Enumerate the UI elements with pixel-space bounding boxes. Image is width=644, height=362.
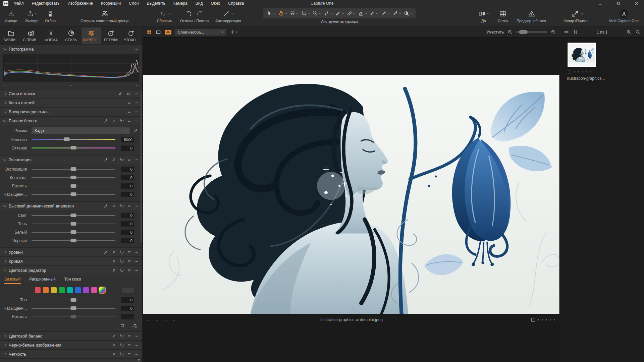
reset-adjustment-icon[interactable]: [120, 158, 124, 162]
more-options-icon[interactable]: ⋯: [134, 110, 139, 114]
restore-button[interactable]: [614, 2, 623, 5]
kelvin-slider[interactable]: [32, 139, 115, 140]
radial-gradient-tool[interactable]: [402, 10, 414, 16]
star-dot[interactable]: [586, 71, 587, 72]
exposure-header[interactable]: Экспозиция ≡ ⋯: [0, 156, 142, 164]
swatch-all-colors[interactable]: [99, 287, 105, 293]
slider-knob[interactable]: [71, 192, 76, 196]
heal-tool[interactable]: [345, 10, 357, 16]
cull-button[interactable]: Отбор: [45, 9, 56, 23]
pick-levels-icon[interactable]: [104, 250, 108, 254]
presets-icon[interactable]: ≡: [128, 119, 130, 123]
wb-mode-select[interactable]: Кадр: [32, 127, 130, 134]
swatch-yellow[interactable]: [51, 287, 57, 293]
tint-value[interactable]: 0: [121, 145, 134, 151]
filter-eye-icon[interactable]: [564, 29, 569, 35]
reset-adjustment-icon[interactable]: [120, 268, 124, 273]
copy-adjustment-icon[interactable]: [112, 352, 116, 356]
more-options-icon[interactable]: ⋯: [134, 47, 139, 51]
add-layer-button[interactable]: [230, 29, 237, 35]
menu-help[interactable]: Справка: [228, 1, 244, 6]
swatch-blue[interactable]: [75, 287, 81, 293]
copy-adjustment-icon[interactable]: [112, 268, 116, 273]
more-options-icon[interactable]: ⋯: [134, 334, 139, 338]
ce-lightness-slider[interactable]: [32, 316, 115, 317]
export-button[interactable]: Экспорт: [25, 9, 39, 23]
copy-adjustment-icon[interactable]: [112, 334, 116, 338]
style-brushes-header[interactable]: Кисти стилей ≡ ⋯: [0, 99, 142, 107]
tab-skin-tone[interactable]: Тон кожи: [64, 276, 82, 284]
single-view-icon[interactable]: [156, 29, 161, 35]
tab-refine[interactable]: УТОЧН...: [121, 27, 141, 44]
presets-icon[interactable]: ≡: [128, 101, 130, 105]
pick-color-icon[interactable]: [132, 323, 137, 328]
exposure-warning-button[interactable]: Предупр. об эксп.: [517, 9, 547, 23]
kelvin-slider-knob[interactable]: [64, 137, 70, 141]
clarity-header[interactable]: Четкость ≡⋯: [0, 350, 142, 358]
minimize-button[interactable]: [596, 2, 604, 5]
autocorrect-button[interactable]: Автокоррекция: [215, 9, 241, 23]
contrast-slider[interactable]: [32, 177, 115, 178]
tab-library[interactable]: БИБЛИ...: [1, 27, 21, 44]
my-capture-one-button[interactable]: Мой Capture One: [609, 9, 639, 23]
loupe-tool[interactable]: [288, 10, 300, 16]
keystone-tool[interactable]: [322, 10, 334, 16]
star-dot[interactable]: [542, 319, 543, 320]
white-balance-header[interactable]: Баланс белого ≡ ⋯: [0, 117, 142, 125]
curve-header[interactable]: Кривая ≡ ⋯: [0, 257, 142, 265]
more-options-icon[interactable]: ⋯: [134, 352, 139, 356]
saturation-slider[interactable]: [32, 194, 115, 195]
fit-zoom-label[interactable]: Уместить: [486, 30, 504, 35]
reset-adjustment-icon[interactable]: [120, 250, 124, 254]
more-options-icon[interactable]: ⋯: [134, 250, 139, 254]
multi-view-icon[interactable]: [147, 29, 152, 35]
slider-knob[interactable]: [71, 214, 76, 217]
play-style-header[interactable]: Воспроизведи стиль ≡ ⋯: [0, 108, 142, 116]
more-options-icon[interactable]: ⋯: [134, 268, 139, 273]
tint-slider-knob[interactable]: [71, 146, 76, 149]
brightness-value[interactable]: 0: [121, 183, 134, 189]
reset-adjustment-icon[interactable]: [120, 343, 124, 347]
zoom-out-icon[interactable]: [507, 29, 513, 35]
highlight-value[interactable]: 0: [121, 213, 134, 218]
swatch-orange[interactable]: [43, 287, 49, 293]
dehaze-header[interactable]: Устранение дымки ⋯: [0, 359, 142, 362]
copy-adjustment-icon[interactable]: [112, 119, 116, 123]
slider-knob[interactable]: [71, 176, 76, 179]
layer-select[interactable]: Слой изобра...: [175, 29, 226, 36]
color-balance-header[interactable]: Цветовой баланс ≡⋯: [0, 332, 142, 340]
star-dot[interactable]: [578, 71, 579, 72]
slider-knob[interactable]: [71, 306, 76, 310]
tab-retouch[interactable]: РЕТУШЬ: [102, 27, 121, 44]
white-slider[interactable]: [32, 232, 115, 233]
shadow-slider[interactable]: [32, 224, 115, 224]
pick-exposure-icon[interactable]: [104, 158, 108, 162]
black-slider[interactable]: [32, 240, 115, 241]
highlight-slider[interactable]: [32, 215, 115, 216]
hue-slider[interactable]: [32, 300, 115, 300]
more-options-icon[interactable]: ⋯: [134, 343, 139, 347]
thumb-zoom-icon[interactable]: [626, 29, 631, 35]
menu-window[interactable]: Окно: [211, 1, 220, 6]
more-options-icon[interactable]: ⋯: [134, 259, 139, 263]
swatch-more-button[interactable]: ...: [122, 288, 134, 293]
star-dot[interactable]: [538, 319, 539, 320]
more-options-icon[interactable]: ⋯: [134, 101, 139, 105]
swatch-green[interactable]: [59, 287, 65, 293]
wb-pipette-icon[interactable]: [133, 129, 138, 133]
exposure-slider[interactable]: [32, 169, 115, 170]
menu-edit[interactable]: Редактировать: [32, 1, 60, 6]
star-dot[interactable]: [550, 319, 551, 320]
tab-capture[interactable]: С ПРИВ...: [21, 27, 41, 44]
color-tag-icon[interactable]: [568, 70, 571, 73]
tab-style[interactable]: СТИЛЬ: [61, 27, 81, 44]
more-options-icon[interactable]: ⋯: [134, 204, 139, 208]
star-dot[interactable]: [554, 319, 555, 320]
tab-shape[interactable]: ФОРМА: [41, 27, 61, 44]
swatch-purple[interactable]: [83, 287, 89, 293]
swatch-cyan[interactable]: [67, 287, 73, 293]
hue-value[interactable]: 0: [121, 297, 134, 303]
undo-redo-button[interactable]: Отмена / Повтор: [180, 9, 209, 23]
presets-icon[interactable]: ≡: [128, 110, 130, 114]
kelvin-value[interactable]: 5000: [121, 137, 134, 142]
